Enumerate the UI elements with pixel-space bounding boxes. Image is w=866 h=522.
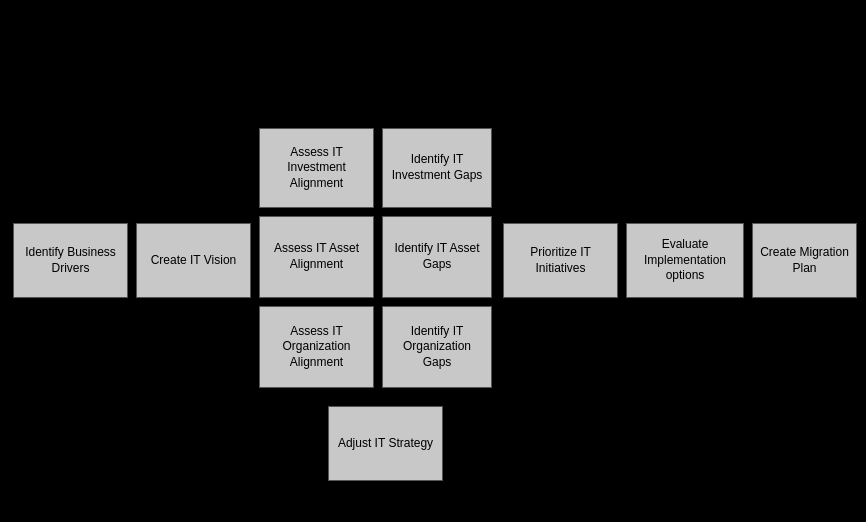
assess-it-investment-alignment[interactable]: Assess IT Investment Alignment [259, 128, 374, 208]
prioritize-it-initiatives[interactable]: Prioritize IT Initiatives [503, 223, 618, 298]
identify-it-investment-gaps[interactable]: Identify IT Investment Gaps [382, 128, 492, 208]
assess-it-asset-alignment[interactable]: Assess IT Asset Alignment [259, 216, 374, 298]
identify-business-drivers[interactable]: Identify Business Drivers [13, 223, 128, 298]
create-it-vision[interactable]: Create IT Vision [136, 223, 251, 298]
create-migration-plan[interactable]: Create Migration Plan [752, 223, 857, 298]
evaluate-implementation-options[interactable]: Evaluate Implementation options [626, 223, 744, 298]
identify-it-organization-gaps[interactable]: Identify IT Organization Gaps [382, 306, 492, 388]
identify-it-asset-gaps[interactable]: Identify IT Asset Gaps [382, 216, 492, 298]
adjust-it-strategy[interactable]: Adjust IT Strategy [328, 406, 443, 481]
diagram-container: Identify Business DriversCreate IT Visio… [3, 6, 863, 516]
assess-it-organization-alignment[interactable]: Assess IT Organization Alignment [259, 306, 374, 388]
